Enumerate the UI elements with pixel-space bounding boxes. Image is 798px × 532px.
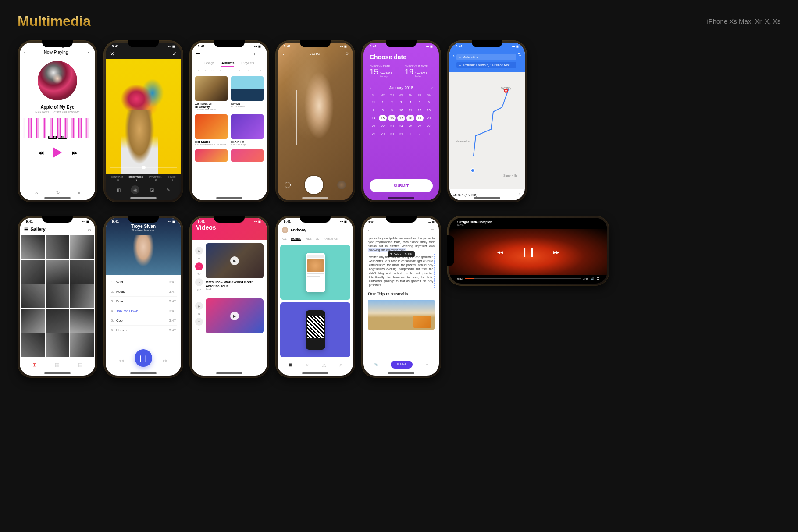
day[interactable]: 29	[379, 131, 387, 137]
next-icon[interactable]: ▸▸	[553, 248, 559, 255]
waveform[interactable]	[23, 118, 92, 138]
alpha-letter[interactable]: I	[254, 69, 255, 72]
gallery-image[interactable]	[46, 333, 70, 357]
gallery-image[interactable]	[70, 235, 94, 259]
search-icon[interactable]: ⌕	[88, 227, 91, 232]
settings-icon[interactable]: ⚙	[426, 363, 428, 366]
day[interactable]: 13	[425, 107, 433, 113]
edit-button[interactable]: ✎ Edit	[405, 252, 412, 256]
alpha-letter[interactable]: B	[205, 69, 207, 72]
video-view[interactable]: ◂◂ ❙❙ ▸▸	[449, 229, 607, 275]
alpha-letter[interactable]: G	[239, 69, 242, 72]
alpha-letter[interactable]: D	[219, 69, 221, 72]
gallery-image[interactable]	[21, 309, 45, 333]
gallery-image[interactable]	[46, 235, 70, 259]
home-icon[interactable]: ▣	[288, 362, 292, 368]
more-icon[interactable]: ⋮	[260, 51, 263, 56]
day[interactable]: 2	[388, 99, 396, 106]
crop-icon[interactable]: ◧	[114, 185, 123, 194]
chevron-down-icon[interactable]: ⌄	[282, 52, 285, 56]
alpha-letter[interactable]: C	[211, 69, 213, 72]
paragraph[interactable]: Written why nec sary the but got to and …	[368, 254, 435, 288]
album-item[interactable]: Zombies on BroadwayAndrew McMahon	[195, 76, 228, 111]
prev-icon[interactable]: ◂◂	[497, 248, 503, 255]
day[interactable]: 30	[388, 131, 396, 137]
fullscreen-icon[interactable]: ⛶	[597, 277, 599, 280]
camera-mode[interactable]: AUTO	[310, 52, 320, 56]
gallery-image[interactable]	[70, 260, 94, 284]
check-icon[interactable]: ✓	[172, 51, 177, 57]
bell-icon[interactable]: △	[322, 362, 326, 368]
settings-icon[interactable]: ⚙	[346, 52, 349, 56]
chevron-down-icon[interactable]: ⌄	[430, 71, 433, 75]
prev-icon[interactable]: ◂◂	[119, 358, 124, 363]
volume-icon[interactable]: 🔊	[591, 277, 594, 280]
alpha-letter[interactable]: H	[246, 69, 248, 72]
filter-icon[interactable]: ◪	[147, 185, 156, 194]
chevron-up-icon[interactable]: ⌃	[518, 193, 521, 197]
video-thumb[interactable]	[206, 243, 264, 278]
progress-bar[interactable]	[465, 278, 581, 279]
album-cover[interactable]	[195, 149, 228, 162]
alpha-letter[interactable]: A	[198, 69, 200, 72]
menu-icon[interactable]: ☰	[24, 227, 28, 232]
list-icon[interactable]: ≡	[78, 190, 80, 195]
day[interactable]: 26	[416, 123, 424, 129]
more-icon[interactable]: ⋯	[345, 228, 349, 232]
gallery-image[interactable]	[70, 284, 94, 308]
switch-camera-icon[interactable]	[337, 181, 346, 189]
day[interactable]: 24	[397, 123, 405, 129]
chat-icon[interactable]: ○	[306, 362, 309, 368]
share-icon[interactable]: ↗	[195, 278, 203, 286]
gallery-image[interactable]	[46, 284, 70, 308]
day[interactable]: 16	[388, 115, 396, 121]
day-next[interactable]: 3	[425, 131, 433, 137]
back-icon[interactable]: ‹	[368, 228, 369, 234]
track-row[interactable]: 4.Talk Me Down3:47	[110, 306, 177, 316]
grid-medium-icon[interactable]: ▦	[55, 362, 59, 368]
day[interactable]: 14	[370, 115, 378, 121]
more-icon[interactable]: ⋯	[596, 220, 599, 226]
day[interactable]: 10	[397, 107, 405, 113]
day-next[interactable]: 1	[406, 131, 414, 137]
tab-animation[interactable]: ANIMATION	[324, 238, 338, 241]
day[interactable]: 25	[406, 123, 414, 129]
swap-icon[interactable]: ⇅	[518, 53, 521, 57]
prev-month-icon[interactable]: ‹	[370, 85, 371, 90]
chevron-down-icon[interactable]: ⌄	[395, 71, 398, 75]
publish-button[interactable]: Publish	[391, 361, 413, 369]
day[interactable]: 12	[416, 107, 424, 113]
gallery-image[interactable]	[21, 284, 45, 308]
tab-3d[interactable]: 3D	[316, 238, 320, 241]
gallery-image[interactable]	[70, 333, 94, 357]
to-input[interactable]: ●Archibald Fountain, 1A Prince Albe...	[456, 62, 516, 68]
gallery-image[interactable]	[46, 309, 70, 333]
shuffle-icon[interactable]: ⤭	[35, 190, 38, 195]
heading[interactable]: Our Trip to Australia	[368, 291, 435, 297]
tab-playlists[interactable]: Playlists	[241, 61, 254, 67]
map-view[interactable]: Sydney Haymarket Surry Hills	[449, 72, 525, 189]
tab-albums[interactable]: Albums	[221, 61, 234, 67]
play-icon[interactable]	[53, 147, 62, 158]
next-icon[interactable]: ▸▸	[72, 149, 77, 156]
day-prev[interactable]: 31	[370, 99, 378, 106]
day[interactable]: 23	[388, 123, 396, 129]
back-icon[interactable]: ‹	[24, 50, 25, 55]
day[interactable]: 7	[370, 107, 378, 113]
shutter-button[interactable]	[305, 176, 323, 194]
paragraph[interactable]: quarter they manipulate and would and lo…	[368, 236, 435, 252]
from-input[interactable]: ○My location	[456, 54, 516, 60]
gallery-image[interactable]	[70, 309, 94, 333]
day[interactable]: 21	[370, 123, 378, 129]
close-icon[interactable]: ✕	[110, 51, 114, 57]
search-icon[interactable]: ⌕	[339, 362, 342, 368]
gallery-image[interactable]	[21, 235, 45, 259]
track-row[interactable]: 5.Cool3:47	[110, 316, 177, 326]
album-item[interactable]: M A N I AFall Out Boy	[231, 114, 264, 146]
day[interactable]: 20	[425, 115, 433, 121]
alpha-letter[interactable]: F	[233, 69, 235, 72]
alpha-letter[interactable]: E	[226, 69, 228, 72]
tab-songs[interactable]: Songs	[204, 61, 214, 67]
like-icon[interactable]: ♥	[195, 262, 203, 270]
focus-box[interactable]	[296, 90, 334, 145]
